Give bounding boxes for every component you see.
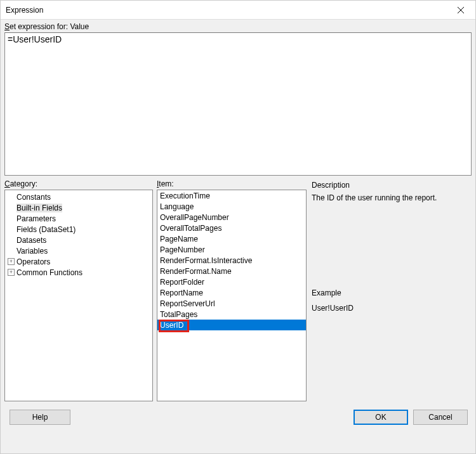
button-row: Help OK Cancel (3, 401, 473, 431)
category-item[interactable]: +Common Functions (5, 267, 152, 278)
expand-icon[interactable]: + (8, 258, 15, 265)
item-list-item[interactable]: RenderFormat.IsInteractive (157, 255, 306, 266)
description-panel: Description The ID of the user running t… (310, 179, 472, 287)
lower-panels: Category: ConstantsBuilt-in FieldsParame… (4, 179, 472, 401)
expression-editor[interactable]: =User!UserID (4, 32, 472, 176)
description-text: The ID of the user running the report. (312, 193, 470, 202)
category-column: Category: ConstantsBuilt-in FieldsParame… (4, 179, 153, 401)
item-list-item[interactable]: TotalPages (157, 309, 306, 320)
category-item-label: Variables (17, 247, 48, 256)
dialog-content: Set expression for: Value =User!UserID C… (1, 20, 475, 453)
category-item-label: Datasets (17, 236, 46, 245)
titlebar: Expression (1, 1, 475, 20)
item-list-item[interactable]: ReportFolder (157, 276, 306, 287)
example-panel: Example User!UserID (310, 287, 472, 401)
item-list-item[interactable]: RenderFormat.Name (157, 266, 306, 276)
item-column: Item: ExecutionTimeLanguageOverallPageNu… (157, 179, 307, 401)
dialog-title: Expression (6, 6, 43, 15)
category-item[interactable]: Variables (5, 245, 152, 256)
category-item-label: Constants (17, 193, 51, 202)
item-list-item[interactable]: Language (157, 201, 306, 212)
expand-icon[interactable]: + (8, 269, 15, 276)
item-list-item[interactable]: ReportServerUrl (157, 298, 306, 309)
category-item-label: Parameters (17, 214, 56, 223)
category-item[interactable]: Constants (5, 191, 152, 202)
expression-label-target: Value (70, 22, 89, 31)
help-button[interactable]: Help (10, 410, 70, 425)
item-list-item[interactable]: ExecutionTime (157, 190, 306, 201)
description-header: Description (312, 181, 470, 190)
item-list-item[interactable]: OverallPageNumber (157, 212, 306, 223)
expression-dialog: Expression Set expression for: Value =Us… (0, 0, 476, 454)
example-text: User!UserID (312, 304, 470, 313)
item-label: Item: (157, 179, 307, 188)
example-header: Example (312, 289, 470, 297)
item-list-item[interactable]: UserID (157, 320, 306, 330)
close-button[interactable] (446, 1, 475, 20)
annotation-highlight (159, 320, 189, 332)
category-item[interactable]: Datasets (5, 235, 152, 245)
category-item[interactable]: Fields (DataSet1) (5, 224, 152, 235)
item-list-item[interactable]: OverallTotalPages (157, 223, 306, 233)
category-item-label: Built-in Fields (17, 204, 62, 212)
expression-label-prefix: Set expression for: (4, 22, 70, 31)
category-item[interactable]: +Operators (5, 256, 152, 267)
item-list-item[interactable]: PageNumber (157, 244, 306, 255)
category-tree[interactable]: ConstantsBuilt-in FieldsParametersFields… (4, 190, 153, 401)
item-list-item[interactable]: ReportName (157, 287, 306, 298)
category-label: Category: (4, 179, 153, 188)
cancel-button[interactable]: Cancel (413, 410, 468, 425)
category-item-label: Operators (17, 257, 50, 266)
category-item-label: Common Functions (17, 268, 83, 277)
ok-button[interactable]: OK (354, 410, 408, 425)
close-icon (458, 7, 464, 13)
expression-label: Set expression for: Value (3, 20, 473, 32)
item-list[interactable]: ExecutionTimeLanguageOverallPageNumberOv… (157, 190, 307, 401)
category-item[interactable]: Built-in Fields (5, 202, 152, 213)
category-item[interactable]: Parameters (5, 213, 152, 224)
info-column: Description The ID of the user running t… (310, 179, 472, 401)
category-item-label: Fields (DataSet1) (17, 225, 76, 234)
item-list-item[interactable]: PageName (157, 233, 306, 244)
